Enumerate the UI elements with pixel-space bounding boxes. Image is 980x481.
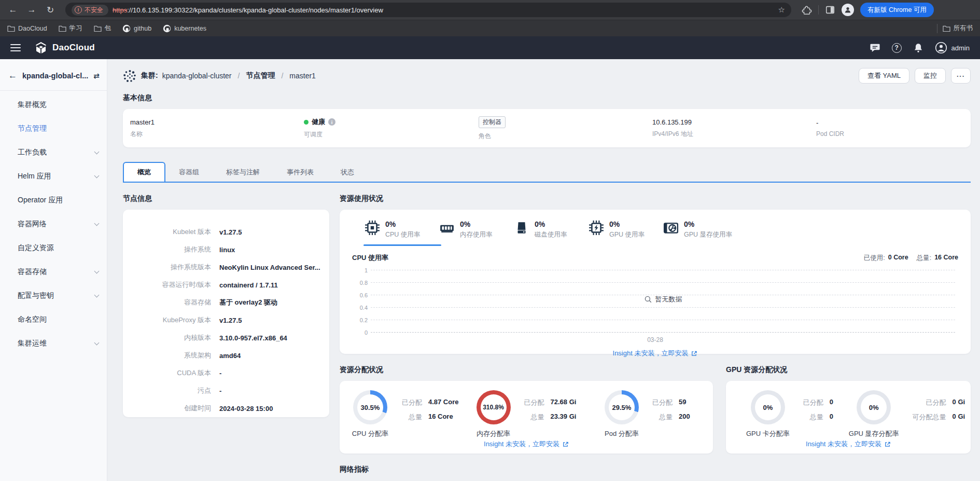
disk-icon: [514, 220, 529, 236]
chevron-down-icon: [94, 221, 100, 226]
stat-gpu-usage[interactable]: 0%GPU 使用率: [589, 220, 663, 246]
sidebar-item-config-secrets[interactable]: 配置与密钥: [0, 284, 107, 308]
brand-name: DaoCloud: [52, 43, 95, 53]
bookmark-folder-study[interactable]: 学习: [59, 24, 82, 33]
info-icon[interactable]: i: [328, 118, 335, 126]
breadcrumb-section[interactable]: 节点管理: [246, 71, 275, 80]
stat-disk-usage[interactable]: 0%磁盘使用率: [514, 220, 589, 246]
toolbar-divider: [818, 5, 819, 15]
bookmark-folder-package[interactable]: 包: [94, 24, 111, 33]
breadcrumb-separator: /: [238, 72, 240, 80]
browser-profile-avatar[interactable]: [842, 4, 854, 16]
breadcrumb-cluster[interactable]: kpanda-global-cluster: [162, 72, 232, 80]
view-yaml-button[interactable]: 查看 YAML: [859, 68, 909, 84]
browser-back-button[interactable]: ←: [5, 2, 21, 18]
usage-card: 0%CPU 使用率 0%内存使用率 0%磁盘使用率 0%GPU 使用率: [340, 210, 971, 354]
browser-forward-button[interactable]: →: [24, 2, 39, 18]
tab-pods[interactable]: 容器组: [165, 163, 213, 182]
bookmarks-divider: [937, 24, 937, 33]
folder-icon: [94, 25, 102, 32]
sidebar: ← kpanda-global-cl... ⇄ 集群概览 节点管理 工作负载 H…: [0, 59, 107, 481]
chart-title: CPU 使用率: [352, 253, 388, 263]
gpu-memory-allocation-donut: 0%: [857, 390, 891, 424]
external-link-icon: [691, 350, 697, 357]
menu-toggle-icon[interactable]: [10, 44, 21, 51]
memory-icon: [439, 220, 455, 236]
bookmark-folder-daocloud[interactable]: DaoCloud: [7, 25, 47, 32]
all-bookmarks-button[interactable]: 所有书: [943, 24, 973, 33]
sidebar-item-custom-resources[interactable]: 自定义资源: [0, 236, 107, 260]
pod-cidr-value: -: [816, 119, 844, 127]
not-secure-chip[interactable]: ! 不安全: [72, 5, 108, 16]
stat-cpu-usage[interactable]: 0%CPU 使用率: [365, 220, 439, 246]
bookmarks-bar: DaoCloud 学习 包 github kubernetes 所有书: [0, 20, 980, 36]
gpu-card-allocation-donut: 0%: [751, 390, 785, 424]
pod-allocation-donut: 29.5%: [605, 390, 639, 424]
browser-reload-button[interactable]: ↻: [43, 2, 58, 18]
role-label: 角色: [479, 132, 652, 141]
tab-events[interactable]: 事件列表: [273, 163, 327, 182]
gpu-card-allocation-group: 0% GPU 卡分配率 已分配0 总量0: [731, 390, 848, 438]
tab-labels-annotations[interactable]: 标签与注解: [213, 163, 273, 182]
cpu-chip-icon: [365, 220, 380, 236]
chart-usage-summary: 已使用:0 Core 总量:16 Core: [864, 254, 958, 263]
messages-icon[interactable]: [870, 43, 880, 53]
monitor-button[interactable]: 监控: [915, 68, 946, 84]
folder-icon: [59, 25, 66, 32]
tab-overview[interactable]: 概览: [123, 162, 165, 182]
folder-icon: [7, 25, 15, 32]
sidebar-item-container-network[interactable]: 容器网络: [0, 212, 107, 236]
daocloud-brand[interactable]: DaoCloud: [34, 41, 95, 54]
sidebar-item-node-management[interactable]: 节点管理: [0, 117, 107, 141]
stat-memory-usage[interactable]: 0%内存使用率: [439, 220, 514, 246]
extensions-icon[interactable]: [802, 5, 812, 15]
help-icon[interactable]: ?: [892, 43, 902, 53]
chevron-down-icon: [94, 293, 100, 298]
allocation-title: 资源分配状况: [340, 365, 713, 375]
sidebar-item-helm-apps[interactable]: Helm 应用: [0, 164, 107, 188]
address-bar[interactable]: ! 不安全 https://10.6.135.199:30322/kpanda/…: [65, 3, 791, 17]
tab-status[interactable]: 状态: [327, 163, 368, 182]
app-navbar: DaoCloud ? admin: [0, 36, 980, 59]
back-arrow-icon[interactable]: ←: [8, 71, 17, 81]
sidebar-item-cluster-overview[interactable]: 集群概览: [0, 93, 107, 117]
status-badge: 健康: [312, 117, 325, 127]
bookmark-kubernetes[interactable]: kubernetes: [163, 24, 206, 33]
switch-cluster-icon[interactable]: ⇄: [93, 72, 100, 80]
more-actions-button[interactable]: ···: [951, 68, 971, 84]
url-scheme: https: [113, 6, 127, 14]
sidebar-item-cluster-ops[interactable]: 集群运维: [0, 332, 107, 355]
bookmark-star-icon[interactable]: ☆: [778, 5, 785, 15]
basic-info-title: 基本信息: [123, 93, 971, 103]
side-panel-icon[interactable]: [825, 5, 835, 15]
kernel-version: 3.10.0-957.el7.x86_64: [219, 334, 287, 342]
pod-cidr-label: Pod CIDR: [816, 130, 844, 138]
node-name: master1: [130, 118, 304, 126]
gpu-allocation-title: GPU 资源分配状况: [726, 365, 971, 375]
sidebar-item-namespaces[interactable]: 命名空间: [0, 308, 107, 332]
role-badge: 控制器: [479, 116, 506, 128]
url-rest: ://10.6.135.199:30322/kpanda/clusters/kp…: [127, 6, 383, 14]
tab-bar: 概览 容器组 标签与注解 事件列表 状态: [123, 162, 971, 183]
user-menu[interactable]: admin: [935, 42, 970, 54]
created-at: 2024-03-28 15:00: [219, 405, 273, 413]
insight-install-link[interactable]: Insight 未安装，立即安装: [731, 439, 965, 449]
architecture: amd64: [219, 352, 241, 360]
bookmark-github[interactable]: github: [122, 24, 151, 33]
notifications-bell-icon[interactable]: [913, 43, 923, 53]
kubeproxy-version: v1.27.5: [219, 317, 242, 324]
sidebar-item-container-storage[interactable]: 容器存储: [0, 260, 107, 284]
sidebar-item-operator-apps[interactable]: Operator 应用: [0, 188, 107, 212]
stat-gpu-memory-usage[interactable]: 0%GPU 显存使用率: [663, 220, 738, 246]
sidebar-item-workloads[interactable]: 工作负载: [0, 141, 107, 164]
github-icon: [163, 24, 171, 33]
gpu-chip-icon: [589, 220, 604, 236]
cluster-name[interactable]: kpanda-global-cl...: [22, 72, 88, 80]
browser-toolbar: ← → ↻ ! 不安全 https://10.6.135.199:30322/k…: [0, 0, 980, 20]
main-content: 集群: kpanda-global-cluster / 节点管理 / maste…: [107, 59, 980, 481]
chrome-update-button[interactable]: 有新版 Chrome 可用: [860, 3, 934, 17]
node-info-title: 节点信息: [123, 194, 329, 203]
insight-install-link[interactable]: Insight 未安装，立即安装: [352, 349, 958, 358]
insight-install-link[interactable]: Insight 未安装，立即安装: [345, 439, 708, 449]
usage-title: 资源使用状况: [340, 194, 971, 203]
